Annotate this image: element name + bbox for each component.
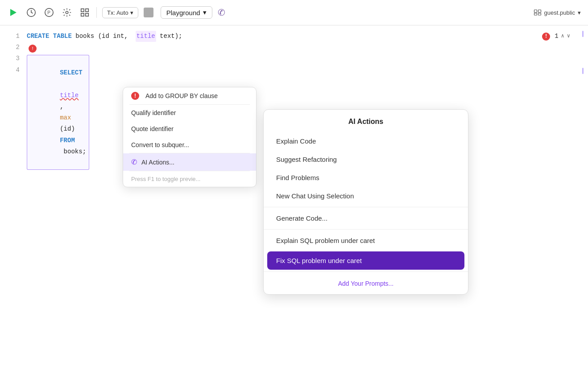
- fn-max: max: [60, 114, 71, 121]
- context-qualify-label: Qualify identifier: [131, 109, 176, 116]
- divider-1: [96, 7, 97, 18]
- svg-rect-4: [81, 9, 84, 12]
- stop-button[interactable]: [144, 8, 153, 17]
- kw-title: title: [136, 31, 156, 42]
- ai-explain-sql[interactable]: Explain SQL problem under caret: [264, 231, 468, 250]
- history-icon: [26, 8, 36, 17]
- ai-actions-panel: AI Actions Explain Code Suggest Refactor…: [263, 109, 468, 295]
- line-num-1: 1: [0, 31, 20, 42]
- error-up-chevron[interactable]: ∧: [561, 32, 564, 41]
- ai-sep-2: [264, 229, 468, 230]
- user-label: guest.public: [544, 9, 575, 16]
- ai-sep-3: [264, 271, 468, 272]
- select-statement[interactable]: SELECT title , max (id) FROM books;: [27, 55, 89, 170]
- kw-from: FROM: [60, 137, 75, 144]
- kw-table: TABLE: [53, 31, 72, 42]
- ai-actions-header: AI Actions: [264, 110, 468, 132]
- ai-new-chat[interactable]: New Chat Using Selection: [264, 187, 468, 205]
- scroll-mark-1: [582, 31, 584, 37]
- svg-rect-10: [534, 13, 537, 16]
- code-line-1: CREATE TABLE books (id int, title text);: [27, 31, 588, 42]
- user-chevron: ▾: [578, 9, 581, 16]
- error-icon-bar: !: [542, 33, 550, 41]
- svg-text:P: P: [47, 10, 50, 15]
- grid-icon: [80, 8, 90, 17]
- col-title: title: [60, 92, 79, 99]
- ai-suggest-refactoring[interactable]: Suggest Refactoring: [264, 150, 468, 169]
- context-error-label: Add to GROUP BY clause: [145, 92, 218, 99]
- line-num-2: 2: [0, 42, 20, 53]
- kw-select: SELECT: [60, 69, 82, 76]
- tx-label: Tx: Auto: [107, 9, 128, 16]
- error-count-bar: ! 1 ∧ ∨: [542, 31, 570, 42]
- toolbar: P Tx: Auto ▾ Playground ▾ ✆: [0, 0, 588, 25]
- user-db-icon: [534, 9, 542, 16]
- tx-auto-button[interactable]: Tx: Auto ▾: [102, 7, 138, 18]
- grid-button[interactable]: [79, 6, 91, 19]
- playground-chevron: ▾: [203, 8, 207, 16]
- error-icon-menu: !: [131, 92, 139, 100]
- line-num-3: 3: [0, 53, 20, 64]
- context-subquery-label: Convert to subquer...: [131, 141, 189, 148]
- context-qualify-item[interactable]: Qualify identifier: [123, 105, 256, 121]
- playground-label: Playground: [166, 9, 200, 16]
- context-quote-item[interactable]: Quote identifier: [123, 121, 256, 137]
- context-error-item[interactable]: ! Add to GROUP BY clause: [123, 87, 256, 104]
- scroll-mark-2: [582, 68, 584, 74]
- code-line-2: !: [27, 43, 588, 54]
- settings-icon: [62, 8, 72, 17]
- svg-rect-6: [81, 13, 84, 16]
- context-subquery-item[interactable]: Convert to subquer...: [123, 137, 256, 153]
- ai-find-problems[interactable]: Find Problems: [264, 169, 468, 187]
- ai-actions-title: AI Actions: [348, 118, 384, 125]
- history-button[interactable]: [25, 6, 37, 19]
- ai-fix-sql[interactable]: Fix SQL problem under caret: [267, 251, 464, 270]
- settings-button[interactable]: [61, 6, 73, 19]
- ai-spiral-button[interactable]: ✆: [218, 7, 225, 18]
- ai-add-prompts[interactable]: Add Your Prompts...: [264, 274, 468, 294]
- play-icon: [10, 9, 17, 16]
- context-menu: ! Add to GROUP BY clause Qualify identif…: [123, 87, 257, 187]
- ai-spiral-icon: ✆: [131, 158, 137, 166]
- line-numbers: 1 2 3 4: [0, 25, 27, 370]
- svg-rect-11: [538, 13, 541, 16]
- warning-icon: !: [29, 45, 37, 53]
- svg-rect-7: [86, 13, 88, 16]
- svg-rect-5: [86, 9, 88, 12]
- user-menu[interactable]: guest.public ▾: [534, 9, 581, 16]
- line-num-4: 4: [0, 65, 20, 76]
- p-icon: P: [44, 8, 54, 17]
- context-footer: Press F1 to toggle previe...: [123, 171, 256, 187]
- kw-create: CREATE: [27, 31, 49, 42]
- context-footer-text: Press F1 to toggle previe...: [131, 176, 200, 182]
- playground-dropdown[interactable]: Playground ▾: [161, 6, 212, 19]
- ai-explain-code[interactable]: Explain Code: [264, 132, 468, 150]
- svg-rect-9: [538, 10, 541, 12]
- svg-rect-8: [534, 10, 537, 12]
- svg-point-3: [66, 11, 68, 14]
- context-quote-label: Quote identifier: [131, 125, 174, 132]
- error-down-chevron[interactable]: ∨: [567, 32, 570, 41]
- ai-sep-1: [264, 207, 468, 207]
- ai-generate-code[interactable]: Generate Code...: [264, 209, 468, 227]
- context-ai-label: AI Actions...: [141, 159, 174, 166]
- play-button[interactable]: [7, 6, 20, 19]
- p-button[interactable]: P: [43, 6, 55, 19]
- context-ai-item[interactable]: ✆ AI Actions...: [123, 153, 256, 171]
- error-count: 1: [555, 31, 558, 42]
- tx-chevron: ▾: [130, 9, 133, 16]
